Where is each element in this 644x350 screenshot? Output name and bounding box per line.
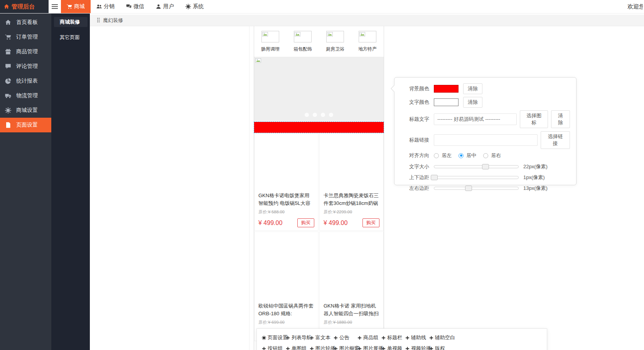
cart-icon [5,34,11,40]
sidebar-toggle-button[interactable] [49,0,61,13]
category-item[interactable]: 地方特产 [351,31,384,57]
title-text-clear-button[interactable]: 清除 [551,110,570,128]
plus-icon [286,347,290,350]
category-item[interactable]: 箱包配饰 [287,31,319,57]
toolbar-item-copyright[interactable]: 版权 [429,345,453,350]
sidebar-item-orders[interactable]: 订单管理 [0,30,51,44]
topnav-item-wechat[interactable]: 微信 [120,0,150,13]
buy-button[interactable]: 购买 [362,218,379,227]
toolbar-item-button-group[interactable]: 按钮组 [262,345,286,350]
plus-icon [405,347,410,350]
product-card[interactable]: GKN格卡诺电饭煲家用 智能预约 电饭锅5L大容量3-6原价:¥ 588.00¥… [254,134,319,231]
category-item[interactable]: 肠胃调理 [254,31,287,57]
toolbar-item-helper-line[interactable]: 辅助线 [405,334,429,341]
sidebar-item-label: 统计报表 [16,78,38,85]
topnav-item-mall[interactable]: 商城 [61,0,91,13]
preview-guide-line [249,26,250,350]
toolbar-item-single-video[interactable]: 单视频 [381,345,405,350]
sidebar-item-reports[interactable]: 统计报表 [0,74,51,88]
align-option-居左[interactable]: 居左 [434,152,459,159]
category-label: 地方特产 [351,46,384,52]
slider-handle[interactable] [431,175,438,180]
topnav-item-user[interactable]: 用户 [150,0,180,13]
text-color-label: 文字颜色 [399,99,429,106]
submenu-item-shop-decorate[interactable]: 商城装修 [54,17,88,27]
product-price-row: ¥ 499.00购买 [258,218,314,227]
text-color-swatch[interactable] [434,98,459,106]
hamburger-icon [52,6,58,7]
submenu-item-other-pages[interactable]: 其它页面 [51,32,90,42]
radio-label: 居左 [442,152,452,159]
topnav-item-label: 商城 [74,3,85,10]
sidebar-item-shop-settings[interactable]: 商城设置 [0,103,51,118]
brand[interactable]: 管理后台 [0,0,49,13]
toolbar-item-page-settings[interactable]: 页面设置 [262,334,286,341]
choose-link-button[interactable]: 选择链接 [541,131,570,149]
choose-icon-button[interactable]: 选择图标 [520,110,548,128]
bg-color-swatch[interactable] [434,85,459,93]
radio-button[interactable] [483,153,488,158]
original-price-prefix: 原价: [324,210,333,214]
original-price-prefix: 原价: [258,320,268,325]
sidebar-item-dashboard[interactable]: 首页看板 [0,15,51,30]
slider-row-font-size: 文字大小22px(像素) [399,163,570,171]
product-card[interactable]: 卡兰思典雅陶瓷麦饭石三件套30cm炒锅18cm奶锅原价:¥ 2299.00¥ 4… [319,134,384,231]
sidebar: 首页看板订单管理商品管理评论管理统计报表物流管理商城设置页面设置 [0,13,51,350]
category-label: 肠胃调理 [254,46,287,52]
sidebar-item-goods[interactable]: 商品管理 [0,44,51,59]
toolbar-item-product-group[interactable]: 商品组 [357,334,381,341]
toolbar-item-list-nav[interactable]: 列表导航 [286,334,310,341]
toolbar-item-image-window[interactable]: 图片橱窗 [334,345,357,350]
title-text-row: 标题文字 选择图标 清除 [399,110,570,128]
slider-label: 上下边距 [399,174,429,181]
sidebar-item-logistics[interactable]: 物流管理 [0,88,51,103]
sidebar-item-comments[interactable]: 评论管理 [0,59,51,74]
toolbar-item-label: 单图组 [292,345,307,350]
toolbar-item-rich-text[interactable]: 富文本 [310,334,334,341]
topnav-item-distribution[interactable]: 分销 [91,0,120,13]
title-bar-component-selected[interactable] [254,122,384,133]
topnav-item-system[interactable]: 系统 [180,0,209,13]
toolbar-item-helper-blank[interactable]: 辅助空白 [429,334,453,341]
user-icon [156,4,161,9]
toolbar-item-video-carousel[interactable]: 视频轮播 [405,345,429,350]
buy-button[interactable]: 购买 [297,218,314,227]
category-label: 箱包配饰 [287,46,319,52]
slider-track-v-padding[interactable] [434,176,519,179]
plus-icon [262,347,266,350]
slider-handle[interactable] [482,164,489,169]
text-color-clear-button[interactable]: 清除 [463,97,482,108]
bg-color-clear-button[interactable]: 清除 [463,83,482,94]
toolbar-item-image-show[interactable]: 图片展播 [357,345,381,350]
image-carousel-component[interactable] [254,57,384,121]
toolbar-item-image-carousel[interactable]: 图片轮播 [310,345,334,350]
radio-button[interactable] [434,153,439,158]
slider-track-font-size[interactable] [434,165,519,168]
slider-handle[interactable] [465,186,472,191]
product-image-placeholder [258,232,314,302]
product-card[interactable]: GKN格卡诺 家用扫地机器人智能四合一扫吸拖扫地机原价:¥ 1880.00购买 [319,232,384,341]
title-link-input[interactable] [434,134,538,146]
piechart-icon [5,78,11,84]
sidebar-item-page-settings[interactable]: 页面设置 [0,118,51,132]
product-image-placeholder [258,134,314,192]
plus-icon [429,347,433,350]
radio-button[interactable] [459,153,464,158]
toolbar-item-notice[interactable]: 公告 [334,334,357,341]
title-text-input[interactable] [434,113,517,125]
toolbar-row: 页面设置列表导航富文本公告商品组标题栏辅助线辅助空白 [262,332,547,343]
product-price: ¥ 499.00 [258,220,282,227]
category-item[interactable]: 厨房卫浴 [319,31,351,57]
slider-track-h-padding[interactable] [434,187,519,190]
component-toolbar: 页面设置列表导航富文本公告商品组标题栏辅助线辅助空白按钮组单图组图片轮播图片橱窗… [256,328,547,350]
original-price-prefix: 原价: [258,210,268,214]
page-icon [5,122,11,128]
align-option-居中[interactable]: 居中 [459,152,483,159]
product-card[interactable]: 欧锐铂中国蓝锅具两件套 ORB-180 规格:原价:¥ 699.00购买 [254,232,319,341]
toolbar-item-title-bar[interactable]: 标题栏 [381,334,405,341]
align-option-居右[interactable]: 居右 [483,152,508,159]
category-nav-component: 肠胃调理箱包配饰厨房卫浴地方特产 [254,26,384,57]
sidebar-item-label: 首页看板 [16,19,38,26]
toolbar-item-label: 公告 [339,334,349,341]
toolbar-item-single-image-group[interactable]: 单图组 [286,345,310,350]
